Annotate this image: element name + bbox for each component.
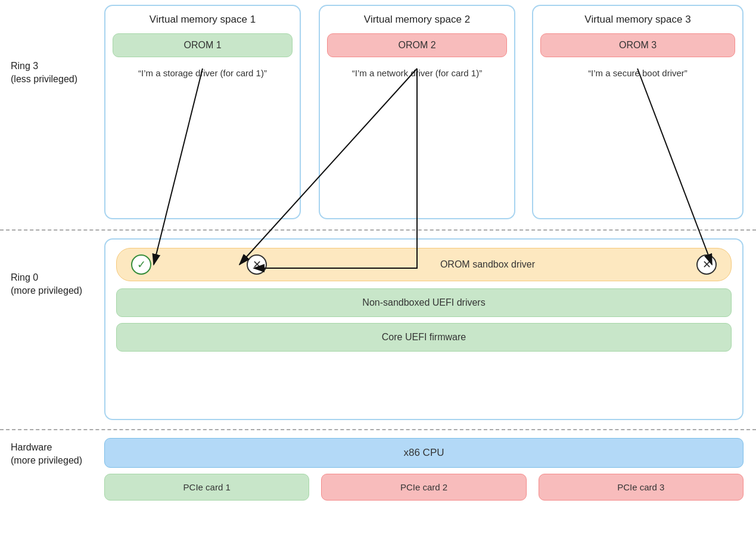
core-uefi-box: Core UEFI firmware xyxy=(116,323,732,352)
vms3-quote: “I’m a secure boot driver” xyxy=(540,67,735,80)
ring3-label: Ring 3 (less privileged) xyxy=(11,60,77,86)
pcie-card-2: PCIe card 2 xyxy=(321,474,526,501)
ring0-container: ✓ ✕ OROM sandbox driver ✕ Non-sandboxed … xyxy=(104,238,743,420)
orom1-box: OROM 1 xyxy=(113,33,293,57)
hardware-label: Hardware (more privileged) xyxy=(11,441,82,468)
hardware-container: x86 CPU PCIe card 1 PCIe card 2 PCIe car… xyxy=(104,438,743,501)
vms2-title: Virtual memory space 2 xyxy=(327,13,507,26)
vms-2: Virtual memory space 2 OROM 2 “I’m a net… xyxy=(319,5,515,219)
sandbox-bar: ✓ ✕ OROM sandbox driver ✕ xyxy=(116,248,732,281)
vms-1: Virtual memory space 1 OROM 1 “I’m a sto… xyxy=(104,5,301,219)
vms2-quote: “I’m a network driver (for card 1)” xyxy=(327,67,507,80)
orom2-box: OROM 2 xyxy=(327,33,507,57)
cpu-box: x86 CPU xyxy=(104,438,743,468)
vms-3: Virtual memory space 3 OROM 3 “I’m a sec… xyxy=(532,5,743,219)
check-icon: ✓ xyxy=(131,254,151,275)
sandbox-driver-label: OROM sandbox driver xyxy=(279,259,696,270)
pcie-card-3: PCIe card 3 xyxy=(539,474,743,501)
pcie-row: PCIe card 1 PCIe card 2 PCIe card 3 xyxy=(104,474,743,501)
non-sandboxed-box: Non-sandboxed UEFI drivers xyxy=(116,288,732,317)
vms1-title: Virtual memory space 1 xyxy=(113,13,293,26)
diagram: Ring 3 (less privileged) Ring 0 (more pr… xyxy=(0,0,756,550)
pcie-card-1: PCIe card 1 xyxy=(104,474,309,501)
vms3-title: Virtual memory space 3 xyxy=(540,13,735,26)
orom3-box: OROM 3 xyxy=(540,33,735,57)
cross-icon-2: ✕ xyxy=(696,254,717,275)
dashed-divider-2 xyxy=(0,429,756,430)
dashed-divider-1 xyxy=(0,229,756,231)
vms1-quote: “I’m a storage driver (for card 1)” xyxy=(113,67,293,80)
cross-icon-1: ✕ xyxy=(247,254,267,275)
ring0-label: Ring 0 (more privileged) xyxy=(11,271,82,298)
